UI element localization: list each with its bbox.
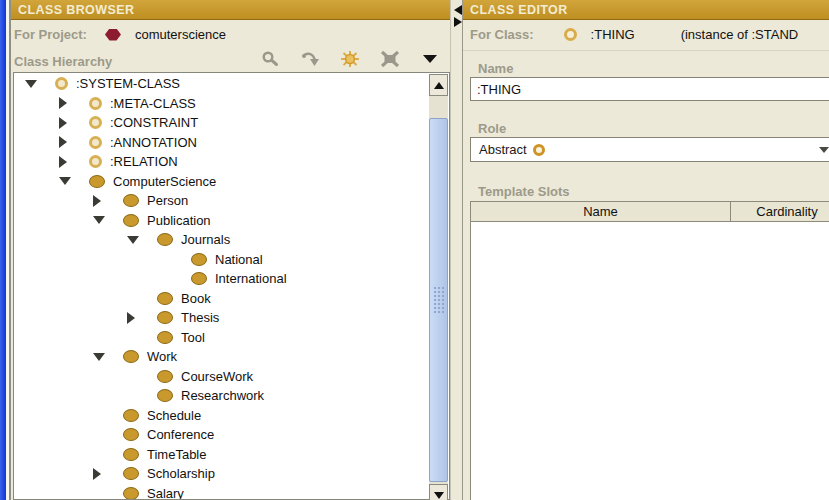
tree-node-timetable[interactable]: TimeTable xyxy=(14,445,429,465)
scrollbar-grip xyxy=(433,286,445,314)
system-class-icon xyxy=(89,155,102,168)
class-icon xyxy=(191,272,207,285)
expand-arrow-icon[interactable] xyxy=(89,195,123,207)
tree-node-meta-class[interactable]: :META-CLASS xyxy=(14,94,429,114)
class-hierarchy-tree-panel: :SYSTEM-CLASS:META-CLASS:CONSTRAINT:ANNO… xyxy=(13,72,450,500)
template-slots-label: Template Slots xyxy=(478,184,570,199)
tree-node-work[interactable]: Work xyxy=(14,347,429,367)
role-label: Role xyxy=(478,121,506,136)
create-class-button[interactable] xyxy=(330,48,370,70)
collapse-arrow-icon[interactable] xyxy=(55,177,89,185)
tree-node-book[interactable]: Book xyxy=(14,289,429,309)
template-slots-header: Name Cardinality xyxy=(470,201,829,222)
expand-arrow-icon[interactable] xyxy=(55,97,89,109)
tree-node-label: :SYSTEM-CLASS xyxy=(76,74,180,94)
tree-scrollbar[interactable] xyxy=(429,74,448,499)
collapse-right-icon[interactable] xyxy=(454,17,462,27)
class-icon xyxy=(191,253,207,266)
expand-arrow-icon[interactable] xyxy=(55,117,89,129)
class-icon xyxy=(89,175,105,188)
tree-node-label: Book xyxy=(181,289,211,309)
class-icon xyxy=(157,311,173,324)
tree-node-relation[interactable]: :RELATION xyxy=(14,152,429,172)
tree-node-label: International xyxy=(215,269,287,289)
expand-arrow-icon[interactable] xyxy=(55,156,89,168)
class-icon xyxy=(123,448,139,461)
tree-node-researchwork[interactable]: Researchwork xyxy=(14,386,429,406)
delete-class-icon xyxy=(380,50,400,68)
collapse-left-icon[interactable] xyxy=(454,5,462,15)
collapse-arrow-icon[interactable] xyxy=(89,353,123,361)
collapse-arrow-icon[interactable] xyxy=(123,236,157,244)
class-icon xyxy=(157,370,173,383)
tree-node-thesis[interactable]: Thesis xyxy=(14,308,429,328)
name-label: Name xyxy=(478,61,513,76)
system-class-icon xyxy=(55,77,68,90)
scroll-up-icon xyxy=(434,82,444,89)
tree-node-annotation[interactable]: :ANNOTATION xyxy=(14,133,429,153)
class-icon xyxy=(157,331,173,344)
class-icon xyxy=(157,292,173,305)
collapse-arrow-icon[interactable] xyxy=(21,80,55,88)
tree-node-international[interactable]: International xyxy=(14,269,429,289)
project-name: comuterscience xyxy=(135,27,226,42)
tree-node-scholarship[interactable]: Scholarship xyxy=(14,464,429,484)
tree-node-journals[interactable]: Journals xyxy=(14,230,429,250)
tree-node-publication[interactable]: Publication xyxy=(14,211,429,231)
find-class-button[interactable] xyxy=(250,48,290,70)
tree-node-label: :RELATION xyxy=(110,152,178,172)
tree-node-national[interactable]: National xyxy=(14,250,429,270)
view-class-icon xyxy=(301,51,320,67)
column-header-name[interactable]: Name xyxy=(470,201,731,222)
window-edge-shadow xyxy=(9,0,11,500)
tree-node-label: CourseWork xyxy=(181,367,253,387)
system-class-icon xyxy=(89,97,102,110)
tree-node-label: Researchwork xyxy=(181,386,264,406)
tree-node-conference[interactable]: Conference xyxy=(14,425,429,445)
tree-node-person[interactable]: Person xyxy=(14,191,429,211)
find-class-icon xyxy=(261,51,279,67)
expand-arrow-icon[interactable] xyxy=(123,312,157,324)
tree-node-schedule[interactable]: Schedule xyxy=(14,406,429,426)
class-name-field[interactable] xyxy=(470,77,829,101)
tree-node-label: National xyxy=(215,250,263,270)
for-project-label: For Project: xyxy=(14,27,87,42)
scrollbar-thumb[interactable] xyxy=(429,118,448,482)
tree-node-label: Scholarship xyxy=(147,464,215,484)
class-icon xyxy=(123,487,139,499)
tree-node-salary[interactable]: Salary xyxy=(14,484,429,500)
tree-node-system-class[interactable]: :SYSTEM-CLASS xyxy=(14,74,429,94)
template-slots-body[interactable] xyxy=(470,222,829,500)
protege-window: CLASS BROWSER For Project: comuterscienc… xyxy=(0,0,829,500)
scroll-down-icon xyxy=(434,492,444,499)
tree-menu-button[interactable] xyxy=(410,48,450,70)
tree-node-label: :META-CLASS xyxy=(110,94,196,114)
delete-class-button[interactable] xyxy=(370,48,410,70)
tree-node-computerscience[interactable]: ComputerScience xyxy=(14,172,429,192)
class-tree-toolbar xyxy=(250,48,450,70)
column-header-cardinality[interactable]: Cardinality xyxy=(731,201,829,222)
role-value: Abstract xyxy=(479,142,527,157)
class-icon xyxy=(123,214,139,227)
tree-node-label: ComputerScience xyxy=(113,172,216,192)
class-tree: :SYSTEM-CLASS:META-CLASS:CONSTRAINT:ANNO… xyxy=(14,74,429,499)
tree-node-label: Thesis xyxy=(181,308,219,328)
collapse-arrow-icon[interactable] xyxy=(89,216,123,224)
header-separator xyxy=(463,50,829,51)
tree-node-label: TimeTable xyxy=(147,445,206,465)
template-slots-table: Name Cardinality xyxy=(470,201,829,500)
scroll-down-button[interactable] xyxy=(429,484,448,500)
expand-arrow-icon[interactable] xyxy=(89,468,123,480)
role-dropdown[interactable]: Abstract xyxy=(470,137,829,162)
tree-node-tool[interactable]: Tool xyxy=(14,328,429,348)
expand-arrow-icon[interactable] xyxy=(55,136,89,148)
tree-node-label: :ANNOTATION xyxy=(110,133,197,153)
scroll-up-button[interactable] xyxy=(429,74,448,96)
tree-node-label: Person xyxy=(147,191,188,211)
for-class-label: For Class: xyxy=(470,27,534,42)
tree-node-constraint[interactable]: :CONSTRAINT xyxy=(14,113,429,133)
tree-node-coursework[interactable]: CourseWork xyxy=(14,367,429,387)
tree-node-label: :CONSTRAINT xyxy=(110,113,198,133)
tree-node-label: Work xyxy=(147,347,177,367)
view-class-button[interactable] xyxy=(290,48,330,70)
